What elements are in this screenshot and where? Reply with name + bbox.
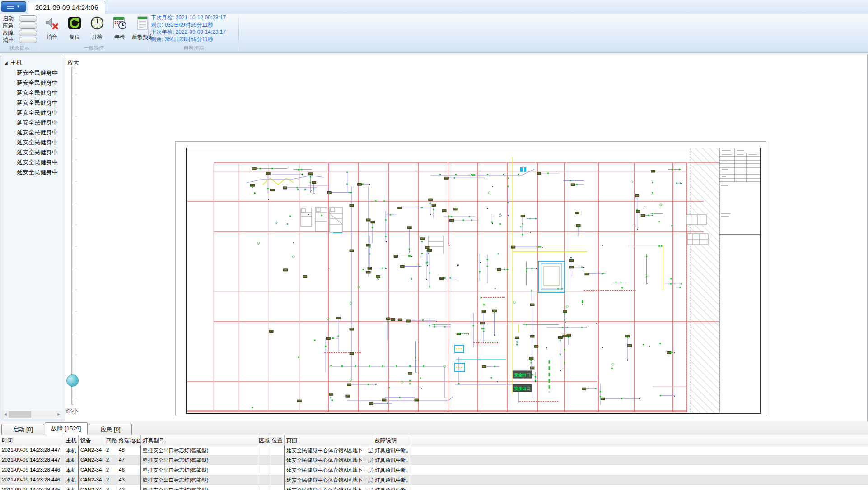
column-header[interactable]: 终端地址 (117, 435, 141, 445)
slider-tick (75, 268, 77, 268)
window-title: 2021-09-09 14:24:06 (35, 4, 98, 11)
table-cell: 壁挂安全出口标志灯(智能型) (141, 475, 257, 485)
exit-sign-text: 安全出口 (514, 372, 531, 377)
table-cell (257, 455, 270, 465)
sidebar-item-page[interactable]: 延安全民健身中 (1, 98, 63, 108)
table-row[interactable]: 2021-09-09 14:23:28.445本机CAN2-34242壁挂安全出… (0, 485, 868, 490)
table-cell: 壁挂安全出口标志灯(智能型) (141, 485, 257, 490)
column-header[interactable]: 设备 (79, 435, 104, 445)
sidebar-item-page[interactable]: 延安全民健身中 (1, 88, 63, 98)
column-header[interactable]: 主机 (64, 435, 79, 445)
mute-button[interactable]: 消音 (41, 15, 63, 46)
ribbon-button-label: 疏散预案 (132, 33, 154, 41)
sidebar-item-page[interactable]: 延安全民健身中 (1, 138, 63, 148)
sidebar-item-page[interactable]: 延安全民健身中 (1, 148, 63, 157)
mute-speaker-icon (45, 16, 59, 32)
column-header[interactable]: 回路 (104, 435, 117, 445)
sidebar-item-page[interactable]: 延安全民健身中 (1, 78, 63, 88)
zoom-slider-knob[interactable] (66, 374, 79, 387)
table-cell: 灯具通讯中断。 (373, 475, 411, 485)
table-cell: 本机 (64, 445, 79, 455)
zoom-out-label: 缩小 (66, 407, 78, 415)
slider-tick (75, 203, 77, 203)
tab-emergency[interactable]: 应急 [0] (89, 424, 132, 435)
sidebar-item-page[interactable]: 延安全民健身中 (1, 157, 63, 167)
table-cell (257, 445, 270, 455)
tab-fault[interactable]: 故障 [1529] (45, 422, 88, 435)
table-cell (270, 475, 285, 485)
zoom-slider-track[interactable] (71, 67, 73, 405)
table-cell: 灯具通讯中断。 (373, 455, 411, 465)
table-cell: 2021-09-09 14:23:28.445 (0, 485, 64, 490)
monthly-check-button[interactable]: 月检 (86, 15, 108, 46)
sidebar-item-page[interactable]: 延安全民健身中 (1, 108, 63, 118)
slider-tick (75, 355, 77, 355)
table-cell: CAN2-34 (79, 445, 104, 455)
status-row: 启动: (3, 15, 37, 22)
scroll-left-arrow-icon[interactable]: ◄ (2, 411, 9, 418)
table-cell: CAN2-34 (79, 455, 104, 465)
table-row[interactable]: 2021-09-09 14:23:28.446本机CAN2-34246壁挂安全出… (0, 465, 868, 475)
floorplan-canvas[interactable]: 放大 缩小 (65, 55, 868, 421)
table-cell (270, 485, 285, 490)
column-header[interactable]: 时间 (0, 435, 64, 445)
status-label: 应急: (3, 22, 19, 30)
ribbon-button-label: 复位 (69, 33, 80, 41)
tree-root-host[interactable]: ◢ 主机 (4, 58, 22, 67)
sidebar-item-page[interactable]: 延安全民健身中 (1, 128, 63, 138)
table-row[interactable]: 2021-09-09 14:23:28.446本机CAN2-34243壁挂安全出… (0, 475, 868, 485)
sidebar-horizontal-scrollbar[interactable]: ◄ ► (2, 411, 62, 418)
slider-tick (75, 138, 77, 139)
status-indicator-light (19, 15, 37, 22)
table-cell: 延安全民健身中心体育馆A区地下一层 (285, 485, 373, 490)
status-label: 故障: (3, 29, 19, 37)
reset-button[interactable]: 复位 (63, 15, 86, 46)
column-header[interactable]: 位置 (270, 435, 285, 445)
sidebar-item-page[interactable]: 延安全民健身中 (1, 167, 63, 177)
exit-sign-text: 安全出口 (514, 386, 531, 391)
table-cell: 延安全民健身中心体育馆A区地下一层 (285, 455, 373, 465)
tab-label: 故障 [1529] (51, 425, 81, 433)
reset-arrow-icon (67, 16, 82, 32)
table-cell: 43 (117, 475, 141, 485)
sidebar-item-page[interactable]: 延安全民健身中 (1, 118, 63, 128)
table-cell: 2021-09-09 14:23:28.447 (0, 455, 64, 465)
column-header[interactable]: 区域 (257, 435, 270, 445)
table-row[interactable]: 2021-09-09 14:23:28.447本机CAN2-34247壁挂安全出… (0, 455, 868, 465)
actions-group-caption: 一般操作 (40, 45, 148, 51)
tab-label: 应急 [0] (100, 425, 120, 434)
status-row: 消声: (3, 37, 37, 44)
cad-floorplan-drawing: 安全出口 安全出口 (175, 141, 766, 416)
ribbon-button-label: 消音 (47, 33, 57, 41)
tree-expander-icon[interactable]: ◢ (4, 60, 8, 65)
column-header[interactable]: 故障说明 (373, 435, 411, 445)
scrollbar-thumb[interactable] (9, 411, 31, 418)
table-cell (270, 445, 285, 455)
status-indicator-light (19, 23, 37, 29)
status-indicator-light (19, 30, 37, 36)
slider-tick (75, 225, 77, 225)
exit-sign: 安全出口 (513, 384, 532, 392)
window-title-tab[interactable]: 2021-09-09 14:24:06 (28, 1, 105, 14)
table-cell (257, 475, 270, 485)
status-row: 应急: (3, 22, 37, 29)
table-cell: 灯具通讯中断。 (373, 445, 411, 455)
selfcheck-info: 下次月检: 2021-10-12 00:23:17剩余: 032日09时59分1… (151, 14, 238, 43)
table-row-filler (411, 465, 868, 475)
chevron-down-icon: ▼ (17, 5, 20, 9)
group-separator (39, 16, 39, 51)
annual-check-button[interactable]: 年检 (108, 15, 131, 46)
slider-tick (75, 116, 77, 117)
scroll-right-arrow-icon[interactable]: ► (55, 411, 62, 418)
column-header[interactable]: 灯具型号 (141, 435, 257, 445)
tab-start[interactable]: 启动 [0] (1, 424, 44, 435)
calendar-clock-icon (112, 16, 127, 32)
sidebar-item-page[interactable]: 延安全民健身中 (1, 68, 63, 78)
table-row[interactable]: 2021-09-09 14:23:28.447本机CAN2-34248壁挂安全出… (0, 445, 868, 455)
column-header[interactable]: 页面 (285, 435, 373, 445)
table-cell: 灯具通讯中断。 (373, 485, 411, 490)
app-menu-button[interactable]: ▼ (1, 1, 26, 12)
ribbon-button-label: 年检 (114, 33, 125, 41)
main-area: ◢ 主机 延安全民健身中延安全民健身中延安全民健身中延安全民健身中延安全民健身中… (0, 53, 868, 421)
device-tree-panel: ◢ 主机 延安全民健身中延安全民健身中延安全民健身中延安全民健身中延安全民健身中… (1, 55, 63, 419)
